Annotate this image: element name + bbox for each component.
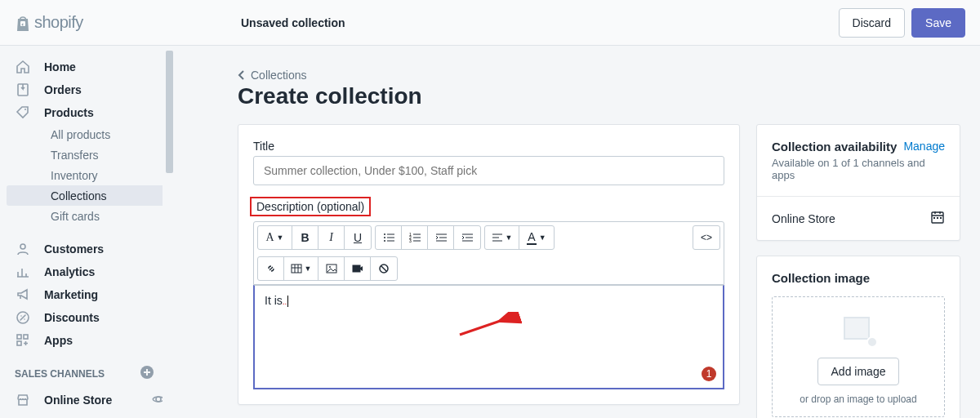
svg-rect-23 bbox=[937, 217, 938, 219]
bold-button[interactable]: B bbox=[292, 226, 318, 249]
availability-card: Collection availability Manage Available… bbox=[756, 124, 960, 241]
customers-icon bbox=[15, 241, 31, 257]
main-content: Collections Create collection Title Desc… bbox=[176, 46, 980, 418]
top-bar: shopify Unsaved collection Discard Save bbox=[0, 0, 980, 46]
video-button[interactable] bbox=[345, 257, 371, 280]
subnav-inventory[interactable]: Inventory bbox=[7, 165, 169, 185]
subnav-gift-cards[interactable]: Gift cards bbox=[7, 206, 169, 226]
svg-point-2 bbox=[24, 109, 26, 110]
apps-icon bbox=[15, 332, 31, 349]
calendar-icon[interactable] bbox=[930, 210, 945, 227]
image-card: Collection image Add image or drop an im… bbox=[756, 256, 960, 418]
availability-title: Collection availability bbox=[772, 140, 897, 153]
indent-button[interactable] bbox=[454, 226, 480, 249]
description-editor[interactable]: It is.. 1 bbox=[253, 285, 724, 389]
manage-link[interactable]: Manage bbox=[903, 140, 945, 153]
image-button[interactable] bbox=[318, 257, 345, 280]
breadcrumb-back[interactable]: Collections bbox=[238, 69, 960, 82]
nav-home[interactable]: Home bbox=[0, 56, 176, 78]
store-icon bbox=[15, 392, 31, 408]
drop-hint: or drop an image to upload bbox=[781, 394, 936, 405]
bullet-list-button[interactable] bbox=[376, 226, 402, 249]
availability-text: Available on 1 of 1 channels and apps bbox=[772, 157, 945, 181]
link-button[interactable] bbox=[258, 257, 284, 280]
title-label: Title bbox=[253, 140, 724, 153]
svg-rect-5 bbox=[17, 335, 21, 339]
shopify-bag-icon bbox=[15, 14, 31, 32]
title-card: Title Description (optional) A▼ B I U 12… bbox=[238, 124, 740, 405]
home-icon bbox=[15, 59, 31, 75]
description-label: Description (optional) bbox=[250, 197, 371, 216]
analytics-icon bbox=[15, 264, 31, 280]
svg-rect-19 bbox=[353, 265, 360, 272]
number-list-button[interactable]: 123 bbox=[402, 226, 428, 249]
subnav-collections[interactable]: Collections bbox=[7, 185, 169, 206]
image-dropzone[interactable]: Add image or drop an image to upload bbox=[772, 296, 945, 417]
nav-apps[interactable]: Apps bbox=[0, 329, 176, 352]
nav-products[interactable]: Products bbox=[0, 101, 176, 124]
table-button[interactable]: ▼ bbox=[284, 257, 318, 280]
channel-online-store: Online Store bbox=[772, 212, 835, 225]
svg-rect-16 bbox=[292, 265, 301, 273]
svg-point-18 bbox=[329, 266, 331, 268]
logo[interactable]: shopify bbox=[0, 13, 176, 32]
image-placeholder-icon bbox=[840, 314, 876, 346]
products-icon bbox=[15, 104, 31, 121]
nav-marketing[interactable]: Marketing bbox=[0, 283, 176, 306]
svg-point-11 bbox=[384, 237, 385, 238]
page-title: Create collection bbox=[238, 83, 960, 109]
image-title: Collection image bbox=[772, 271, 945, 285]
error-badge: 1 bbox=[702, 367, 716, 381]
sidebar-scrollbar[interactable] bbox=[163, 46, 176, 418]
save-button[interactable]: Save bbox=[911, 8, 965, 38]
nav-customers[interactable]: Customers bbox=[0, 238, 176, 260]
align-button[interactable]: ▼ bbox=[485, 226, 519, 249]
nav-discounts[interactable]: Discounts bbox=[0, 306, 176, 329]
nav-analytics[interactable]: Analytics bbox=[0, 260, 176, 283]
nav-orders[interactable]: Orders bbox=[0, 78, 176, 101]
marketing-icon bbox=[15, 287, 31, 303]
title-input[interactable] bbox=[253, 156, 724, 185]
italic-button[interactable]: I bbox=[318, 226, 345, 249]
svg-point-10 bbox=[384, 233, 385, 235]
svg-rect-24 bbox=[940, 217, 942, 219]
add-channel-icon[interactable] bbox=[140, 365, 154, 382]
orders-icon bbox=[15, 82, 31, 98]
svg-rect-6 bbox=[24, 335, 28, 339]
svg-rect-22 bbox=[933, 217, 935, 219]
svg-text:3: 3 bbox=[409, 238, 412, 242]
clear-format-button[interactable] bbox=[371, 257, 397, 280]
subnav-all-products[interactable]: All products bbox=[7, 124, 169, 145]
discard-button[interactable]: Discard bbox=[839, 8, 905, 38]
svg-point-12 bbox=[384, 240, 385, 242]
underline-button[interactable]: U bbox=[345, 226, 371, 249]
page-status: Unsaved collection bbox=[176, 16, 839, 29]
svg-point-3 bbox=[20, 244, 25, 249]
logo-text: shopify bbox=[34, 13, 83, 32]
add-image-button[interactable]: Add image bbox=[817, 358, 900, 385]
sales-channels-header: SALES CHANNELS bbox=[0, 352, 176, 389]
discounts-icon bbox=[15, 309, 31, 326]
code-view-button[interactable]: <> bbox=[693, 226, 719, 249]
subnav-transfers[interactable]: Transfers bbox=[7, 145, 169, 165]
chevron-left-icon bbox=[238, 69, 246, 81]
editor-toolbar: A▼ B I U 123 ▼ A▼ bbox=[253, 221, 724, 285]
nav-online-store[interactable]: Online Store bbox=[0, 389, 176, 411]
text-color-button[interactable]: A▼ bbox=[519, 226, 554, 249]
svg-rect-7 bbox=[17, 341, 21, 345]
outdent-button[interactable] bbox=[428, 226, 454, 249]
sidebar: Home Orders Products All products Transf… bbox=[0, 46, 176, 418]
font-style-button[interactable]: A▼ bbox=[258, 226, 292, 249]
